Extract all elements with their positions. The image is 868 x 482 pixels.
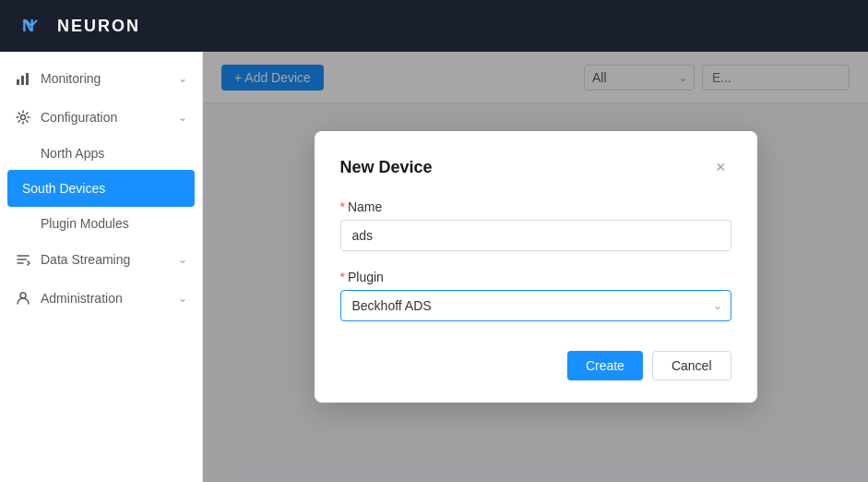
svg-point-7 xyxy=(21,115,26,120)
device-name-input[interactable] xyxy=(340,220,731,251)
administration-chevron-icon: ⌄ xyxy=(178,292,187,305)
configuration-label: Configuration xyxy=(41,110,169,125)
plugin-label-text: Plugin xyxy=(348,270,384,284)
monitoring-label: Monitoring xyxy=(41,71,169,86)
sidebar-item-monitoring[interactable]: Monitoring ⌄ xyxy=(0,59,202,98)
modal-footer: Create Cancel xyxy=(340,351,731,380)
sidebar-item-administration[interactable]: Administration ⌄ xyxy=(0,279,202,318)
sidebar-item-plugin-modules[interactable]: Plugin Modules xyxy=(0,207,202,240)
name-field-group: * Name xyxy=(340,199,731,251)
cancel-button[interactable]: Cancel xyxy=(652,351,731,380)
plugin-select-wrapper: Beckhoff ADS Modbus TCP OPC UA MQTT S7 I… xyxy=(340,290,731,321)
name-label: * Name xyxy=(340,199,731,214)
main-layout: Monitoring ⌄ Configuration ⌄ North Apps … xyxy=(0,52,868,482)
svg-rect-4 xyxy=(17,79,19,85)
sidebar-item-configuration[interactable]: Configuration ⌄ xyxy=(0,98,202,137)
configuration-chevron-icon: ⌄ xyxy=(178,111,187,124)
name-required-star: * xyxy=(340,199,345,214)
svg-point-8 xyxy=(20,293,26,298)
sidebar: Monitoring ⌄ Configuration ⌄ North Apps … xyxy=(0,52,203,482)
logo: N NEURON xyxy=(18,11,140,41)
modal-title: New Device xyxy=(340,158,433,177)
modal-close-button[interactable]: × xyxy=(710,157,731,177)
data-streaming-chevron-icon: ⌄ xyxy=(178,253,187,266)
sidebar-item-south-devices[interactable]: South Devices xyxy=(7,170,195,207)
admin-icon xyxy=(15,290,31,307)
config-icon xyxy=(15,109,31,126)
content-area: + Add Device All Connected Disconnected … xyxy=(203,52,868,482)
sidebar-item-north-apps[interactable]: North Apps xyxy=(0,137,202,170)
south-devices-label: South Devices xyxy=(22,181,180,196)
svg-rect-5 xyxy=(21,76,24,85)
administration-label: Administration xyxy=(41,291,169,306)
new-device-modal: New Device × * Name * Plugin xyxy=(315,131,757,403)
neuron-logo-icon: N xyxy=(18,11,48,41)
modal-header: New Device × xyxy=(340,157,731,177)
plugin-modules-label: Plugin Modules xyxy=(41,216,129,231)
chart-icon xyxy=(15,70,31,87)
app-title: NEURON xyxy=(57,17,140,36)
name-label-text: Name xyxy=(348,199,382,214)
sidebar-item-data-streaming[interactable]: Data Streaming ⌄ xyxy=(0,240,202,279)
topnav: N NEURON xyxy=(0,0,868,52)
plugin-select[interactable]: Beckhoff ADS Modbus TCP OPC UA MQTT S7 I… xyxy=(340,290,731,321)
monitoring-chevron-icon: ⌄ xyxy=(178,72,187,85)
stream-icon xyxy=(15,251,31,268)
plugin-required-star: * xyxy=(340,270,345,284)
north-apps-label: North Apps xyxy=(41,146,104,161)
plugin-field-group: * Plugin Beckhoff ADS Modbus TCP OPC UA … xyxy=(340,270,731,321)
data-streaming-label: Data Streaming xyxy=(41,252,169,267)
modal-overlay: New Device × * Name * Plugin xyxy=(203,52,868,482)
create-button[interactable]: Create xyxy=(567,351,643,380)
svg-rect-6 xyxy=(26,73,29,85)
plugin-label: * Plugin xyxy=(340,270,731,284)
